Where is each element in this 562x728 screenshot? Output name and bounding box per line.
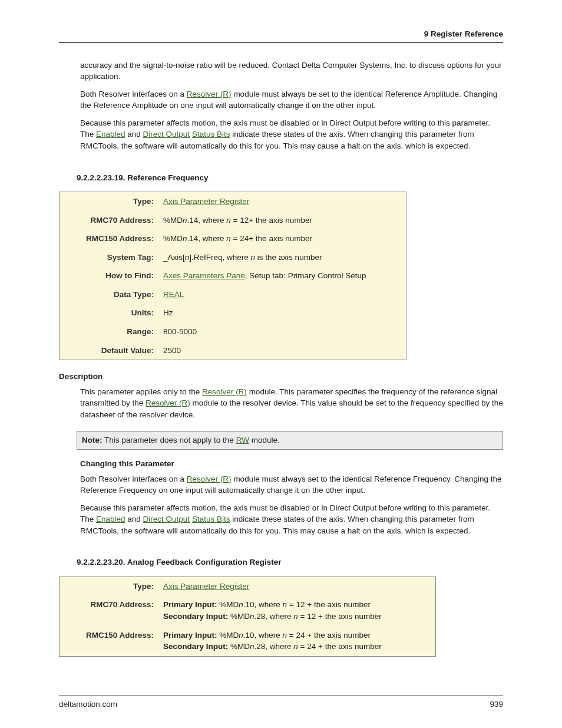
resolver-link[interactable]: Resolver (R) (187, 90, 232, 98)
value-rmc70: %MDn.14, where n = 12+ the axis number (158, 211, 406, 230)
label-how-to-find: How to Find: (59, 266, 159, 285)
value-rmc70: Primary Input: %MDn.10, where n = 12 + t… (158, 595, 436, 625)
intro-para-3: Because this parameter affects motion, t… (80, 117, 503, 152)
note-label: Note: (82, 436, 103, 444)
value-rmc150: Primary Input: %MDn.10, where n = 24 + t… (158, 626, 436, 657)
section-20-title: 9.2.2.2.23.20. Analog Feedback Configura… (77, 556, 503, 568)
value-rmc150: %MDn.14, where n = 24+ the axis number (158, 229, 406, 248)
direct-output-link[interactable]: Direct Output (143, 515, 190, 523)
label-system-tag: System Tag: (59, 248, 159, 267)
description-para: This parameter applies only to the Resol… (80, 386, 503, 421)
status-bits-link[interactable]: Status Bits (192, 515, 230, 523)
resolver-link[interactable]: Resolver (R) (146, 398, 190, 407)
intro-para-2: Both Resolver interfaces on a Resolver (… (80, 88, 503, 111)
value-range: 800-5000 (158, 322, 406, 341)
enabled-link[interactable]: Enabled (96, 515, 125, 523)
label-data-type: Data Type: (59, 285, 159, 304)
footer-page-number: 939 (490, 699, 503, 710)
label-rmc70: RMC70 Address: (59, 595, 159, 625)
direct-output-link[interactable]: Direct Output (143, 130, 190, 139)
label-default: Default Value: (59, 341, 159, 360)
label-units: Units: (59, 304, 159, 322)
value-system-tag: _Axis[n].RefFreq, where n is the axis nu… (158, 248, 406, 267)
resolver-link[interactable]: Resolver (R) (202, 387, 247, 396)
label-rmc70: RMC70 Address: (59, 211, 159, 230)
label-type: Type: (59, 192, 159, 211)
label-type: Type: (59, 577, 159, 595)
section-19-title: 9.2.2.2.23.19. Reference Frequency (77, 172, 503, 184)
changing-para-1: Both Resolver interfaces on a Resolver (… (80, 473, 503, 496)
description-heading: Description (59, 371, 503, 383)
axes-parameters-pane-link[interactable]: Axes Parameters Pane (163, 271, 245, 280)
footer-site: deltamotion.com (59, 699, 117, 710)
resolver-link[interactable]: Resolver (R) (187, 475, 232, 483)
rw-link[interactable]: RW (236, 436, 249, 444)
value-default: 2500 (158, 341, 406, 360)
properties-table-19: Type: Axis Parameter Register RMC70 Addr… (59, 192, 406, 360)
label-rmc150: RMC150 Address: (59, 229, 159, 248)
changing-parameter-heading: Changing this Parameter (80, 458, 503, 470)
real-link[interactable]: REAL (163, 290, 184, 299)
label-range: Range: (59, 322, 159, 341)
label-rmc150: RMC150 Address: (59, 626, 159, 657)
properties-table-20: Type: Axis Parameter Register RMC70 Addr… (59, 577, 436, 657)
page-footer: deltamotion.com 939 (59, 696, 503, 710)
page-header: 9 Register Reference (59, 28, 503, 43)
text: and (125, 130, 143, 139)
enabled-link[interactable]: Enabled (96, 130, 125, 139)
status-bits-link[interactable]: Status Bits (192, 130, 230, 139)
text: Both Resolver interfaces on a (80, 90, 187, 98)
note-box: Note: This parameter does not apply to t… (77, 431, 503, 450)
value-units: Hz (158, 304, 406, 322)
axis-param-register-link[interactable]: Axis Parameter Register (163, 582, 249, 591)
intro-para-1: accuracy and the signal-to-noise ratio w… (80, 60, 503, 83)
axis-param-register-link[interactable]: Axis Parameter Register (163, 197, 249, 206)
changing-para-2: Because this parameter affects motion, t… (80, 502, 503, 537)
value-how-to-find: Axes Parameters Pane, Setup tab: Primary… (158, 266, 406, 285)
